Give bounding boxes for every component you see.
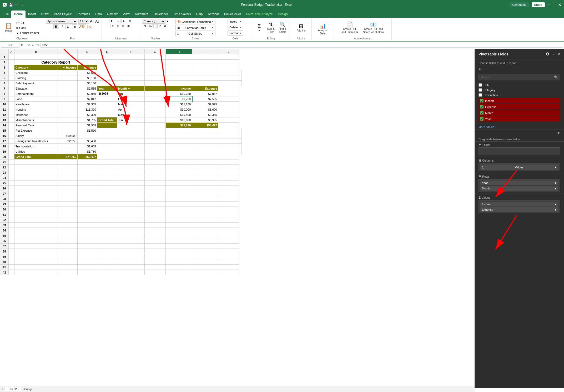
row-number[interactable]: 37 (0, 244, 9, 249)
field-income-checkbox[interactable] (480, 99, 484, 102)
sheet-tab-budget[interactable]: Budget (21, 387, 37, 391)
increase-decimal-button[interactable]: .0 (157, 24, 162, 28)
font-color-button[interactable]: A (87, 25, 92, 29)
create-pdf-outlook-button[interactable]: 📧 Create PDF andShare via Outlook (361, 21, 386, 35)
pivot-panel-minimize[interactable]: ─ (552, 52, 555, 56)
tab-power-pivot[interactable]: Power Pivot (221, 11, 244, 18)
insert-button[interactable]: Insert ▼ (228, 19, 243, 24)
sort-filter-button[interactable]: ⇅ Sort &Filter (265, 21, 276, 35)
increase-font-button[interactable]: A↑ (90, 19, 94, 23)
tab-review[interactable]: Review (104, 11, 120, 18)
row-number[interactable]: 31 (0, 212, 9, 217)
decrease-font-button[interactable]: A↓ (95, 19, 99, 23)
bold-button[interactable]: B (53, 24, 59, 29)
format-painter-button[interactable]: 🖌 Format Painter (15, 31, 41, 35)
field-month-checkbox[interactable] (480, 111, 484, 115)
cancel-formula-icon[interactable]: ✕ (27, 43, 30, 47)
row-number[interactable]: 32 (0, 217, 9, 223)
comments-button[interactable]: Comments (510, 2, 529, 7)
tab-insert[interactable]: Insert (26, 11, 39, 18)
tab-page-layout[interactable]: Page Layout (51, 11, 74, 18)
row-number[interactable]: 14 (0, 123, 9, 128)
share-button[interactable]: Share (532, 2, 545, 7)
row-number[interactable]: 6 (0, 81, 9, 86)
analyze-data-button[interactable]: 📊 AnalyzeData (316, 22, 329, 36)
row-number[interactable]: 23 (0, 170, 9, 175)
close-button[interactable]: ✕ (558, 2, 561, 7)
values-income-dropdown[interactable]: ▼ (554, 203, 557, 206)
row-number[interactable]: 34 (0, 228, 9, 233)
filters-drop-zone[interactable] (479, 147, 560, 155)
addins-button[interactable]: ⊞ Add-ins (295, 22, 307, 33)
values-expense-dropdown[interactable]: ▼ (554, 208, 557, 211)
row-number[interactable]: 7 (0, 86, 9, 91)
align-middle-button[interactable]: ↔ (115, 19, 120, 23)
formula-input[interactable] (41, 43, 563, 48)
font-family-select[interactable]: Aptos Narrow (46, 19, 77, 24)
row-number[interactable]: 20 (0, 154, 9, 159)
tab-acrobat[interactable]: Acrobat (205, 11, 221, 18)
maximize-button[interactable]: □ (553, 3, 555, 7)
row-number[interactable]: 10 (0, 102, 9, 107)
search-input[interactable] (481, 76, 554, 79)
tab-time-savers[interactable]: Time Savers (171, 11, 194, 18)
format-button[interactable]: Format ▼ (228, 30, 243, 36)
align-bottom-button[interactable]: ⬇ (121, 19, 126, 23)
merge-button[interactable]: ⊞ (126, 24, 131, 28)
align-left-button[interactable]: ≡ (110, 24, 115, 28)
number-format-select[interactable]: Currency (142, 19, 165, 24)
columns-values-dropdown[interactable]: ▼ (554, 166, 557, 169)
row-number[interactable]: 17 (0, 138, 9, 144)
format-dropdown[interactable]: ▼ (239, 32, 241, 34)
more-tables-link[interactable]: More Tables... (475, 124, 564, 130)
row-number[interactable]: 40 (0, 259, 9, 265)
field-expense-checkbox[interactable] (480, 105, 484, 109)
tab-pivottable-analyze[interactable]: PivotTable Analyze (244, 11, 275, 18)
sheet-tab-active[interactable]: Sheet1 (5, 387, 21, 391)
columns-drop-zone[interactable]: Σ Values ▼ (479, 163, 560, 171)
row-number[interactable]: 41 (0, 265, 9, 270)
currency-button[interactable]: $ (143, 24, 147, 28)
col-header-a[interactable]: A (9, 49, 14, 54)
tab-data[interactable]: Data (93, 11, 104, 18)
conditional-formatting-dropdown[interactable]: ▼ (212, 20, 214, 23)
field-date-checkbox[interactable] (479, 83, 482, 87)
filter-icon[interactable]: ▼ (557, 131, 560, 135)
create-pdf-button[interactable]: 📄 Create PDFand Share link (340, 21, 360, 35)
formula-bar-expand[interactable]: ⊞ (21, 44, 23, 47)
col-header-e[interactable]: E (97, 49, 117, 54)
fill-color-button[interactable]: A🎨 (78, 24, 86, 29)
row-number[interactable]: 22 (0, 165, 9, 170)
row-number[interactable]: 42 (0, 270, 9, 275)
row-number[interactable]: 38 (0, 249, 9, 254)
row-number[interactable]: 28 (0, 196, 9, 202)
tab-design[interactable]: Design (275, 11, 290, 18)
row-number[interactable]: 36 (0, 238, 9, 244)
row-number[interactable]: 21 (0, 159, 9, 165)
decrease-decimal-button[interactable]: 0. (163, 24, 168, 28)
col-header-j[interactable]: J (218, 49, 239, 54)
italic-button[interactable]: I (60, 24, 64, 29)
col-header-d[interactable]: D (78, 49, 97, 54)
quick-access-undo[interactable]: ↩ (15, 3, 18, 7)
paste-button[interactable]: 📋 Paste (3, 22, 14, 34)
wrap-text-button[interactable]: ⟲ (127, 19, 132, 23)
col-header-b[interactable]: B (14, 49, 58, 54)
row-number[interactable]: 26 (0, 186, 9, 191)
row-number[interactable]: 27 (0, 191, 9, 196)
row-number[interactable]: 13 (0, 117, 9, 123)
pivot-panel-close[interactable]: ✕ (557, 52, 560, 56)
quick-access-redo[interactable]: ↪ (21, 3, 24, 7)
font-size-select[interactable]: 11 (78, 19, 89, 24)
row-number[interactable]: 18 (0, 144, 9, 149)
tab-formulas[interactable]: Formulas (74, 11, 93, 18)
add-sheet-button[interactable]: + (1, 387, 3, 391)
field-year-checkbox[interactable] (480, 117, 484, 121)
minimize-button[interactable]: ─ (547, 2, 550, 7)
border-button[interactable]: ⊞ (72, 24, 77, 29)
row-number[interactable]: 12 (0, 112, 9, 117)
row-number[interactable]: 5 (0, 75, 9, 81)
tab-file[interactable]: File (1, 11, 11, 18)
row-number[interactable]: 15 (0, 128, 9, 133)
underline-button[interactable]: U (65, 24, 71, 29)
